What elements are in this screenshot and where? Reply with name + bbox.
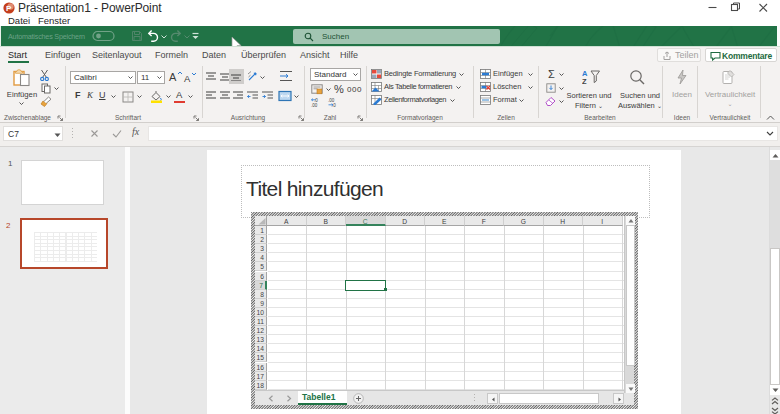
svg-text:Z: Z bbox=[582, 77, 587, 85]
svg-text:.00: .00 bbox=[311, 103, 318, 108]
svg-text:P: P bbox=[6, 4, 12, 13]
